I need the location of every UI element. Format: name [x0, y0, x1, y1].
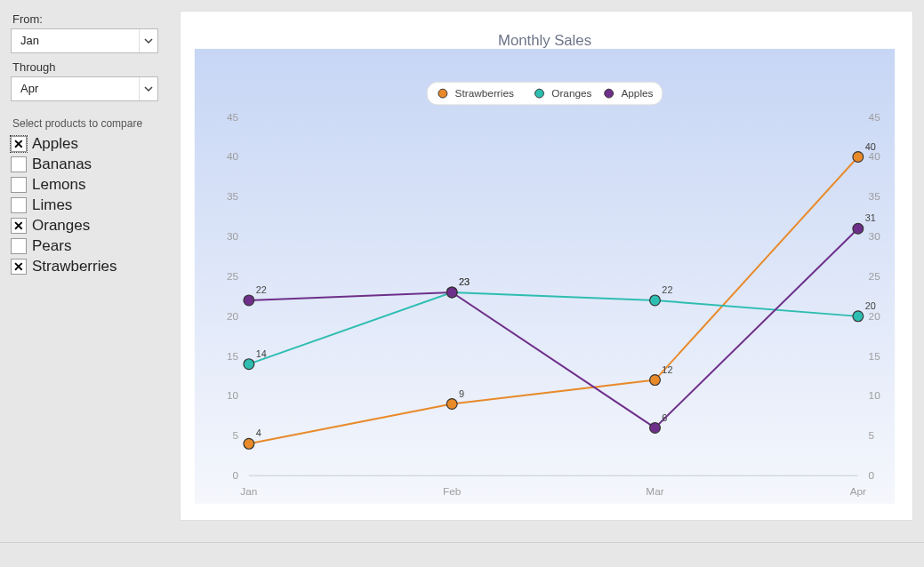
x-tick: Feb	[443, 485, 462, 498]
checkbox-icon[interactable]	[11, 156, 27, 172]
chart-title: Monthly Sales	[498, 32, 591, 49]
legend-label[interactable]: Apples	[621, 87, 653, 100]
compare-label: Select products to compare	[12, 117, 158, 130]
product-row-apples[interactable]: ✕Apples	[11, 135, 158, 153]
data-point[interactable]	[853, 152, 864, 163]
y-tick-left: 30	[227, 230, 239, 243]
chevron-down-icon	[139, 77, 157, 100]
y-tick-right: 20	[869, 310, 881, 323]
monthly-sales-chart: Monthly Sales005510101515202025253030353…	[186, 17, 904, 515]
y-tick-left: 5	[232, 429, 238, 442]
data-point[interactable]	[244, 295, 254, 306]
from-label: From:	[12, 12, 158, 26]
y-tick-right: 40	[869, 150, 881, 163]
chart-card: Monthly Sales005510101515202025253030353…	[180, 11, 913, 521]
checkbox-icon[interactable]	[11, 238, 27, 254]
y-tick-right: 35	[869, 190, 881, 203]
data-point[interactable]	[650, 422, 661, 433]
y-tick-right: 5	[869, 429, 875, 442]
y-tick-left: 10	[227, 389, 239, 402]
legend-label[interactable]: Strawberries	[455, 87, 514, 100]
product-label: Strawberries	[32, 258, 117, 276]
data-point[interactable]	[650, 375, 661, 386]
y-tick-right: 30	[869, 230, 881, 243]
product-row-limes[interactable]: Limes	[11, 196, 158, 214]
data-label: 20	[865, 300, 876, 311]
y-tick-right: 25	[869, 270, 881, 283]
product-label: Apples	[32, 135, 78, 153]
data-label: 31	[865, 212, 876, 223]
plot-background	[195, 49, 895, 504]
y-tick-right: 45	[869, 111, 881, 124]
y-tick-left: 25	[227, 270, 239, 283]
product-list: ✕ApplesBananasLemonsLimes✕OrangesPears✕S…	[11, 135, 158, 276]
data-point[interactable]	[650, 295, 661, 306]
chevron-down-icon	[139, 29, 157, 52]
data-point[interactable]	[244, 359, 254, 370]
through-select[interactable]: Apr	[11, 76, 158, 101]
data-label: 6	[662, 412, 667, 423]
footer-divider	[0, 542, 924, 543]
y-tick-left: 0	[232, 469, 238, 482]
y-tick-right: 15	[869, 350, 881, 363]
through-select-value: Apr	[20, 82, 38, 95]
checkbox-icon[interactable]: ✕	[11, 136, 27, 152]
checkbox-icon[interactable]	[11, 177, 27, 193]
product-label: Limes	[32, 196, 72, 214]
product-label: Pears	[32, 237, 71, 255]
filter-sidebar: From: Jan Through Apr Select products to…	[11, 11, 158, 521]
y-tick-left: 45	[227, 111, 239, 124]
data-label: 9	[459, 388, 464, 399]
y-tick-left: 40	[227, 150, 239, 163]
product-label: Bananas	[32, 156, 92, 173]
x-tick: Apr	[850, 485, 866, 498]
legend-marker	[438, 89, 447, 98]
from-select-value: Jan	[20, 34, 39, 47]
product-row-lemons[interactable]: Lemons	[11, 176, 158, 194]
legend-marker	[605, 89, 614, 98]
product-label: Lemons	[32, 176, 85, 194]
data-label: 22	[256, 284, 267, 295]
data-label: 12	[662, 364, 672, 375]
checkbox-icon[interactable]: ✕	[11, 218, 27, 234]
legend-label[interactable]: Oranges	[551, 87, 591, 100]
product-row-bananas[interactable]: Bananas	[11, 156, 158, 173]
product-label: Oranges	[32, 217, 90, 235]
product-row-oranges[interactable]: ✕Oranges	[11, 217, 158, 235]
x-tick: Jan	[240, 485, 257, 498]
x-tick: Mar	[646, 485, 663, 498]
through-label: Through	[12, 60, 158, 74]
y-tick-right: 10	[869, 389, 881, 402]
y-tick-left: 20	[227, 310, 239, 323]
data-point[interactable]	[446, 399, 457, 410]
checkbox-icon[interactable]: ✕	[11, 259, 27, 275]
data-point[interactable]	[853, 223, 864, 234]
data-label: 14	[256, 348, 267, 359]
product-row-pears[interactable]: Pears	[11, 237, 158, 255]
legend-marker	[535, 89, 544, 98]
data-label: 4	[256, 427, 261, 438]
data-label: 23	[459, 276, 470, 287]
data-label: 22	[662, 284, 672, 295]
checkbox-icon[interactable]	[11, 197, 27, 213]
data-point[interactable]	[446, 287, 457, 298]
data-point[interactable]	[853, 311, 864, 322]
y-tick-left: 35	[227, 190, 239, 203]
data-label: 40	[865, 141, 876, 152]
y-tick-right: 0	[869, 469, 875, 482]
from-select[interactable]: Jan	[11, 28, 158, 53]
y-tick-left: 15	[227, 350, 239, 363]
data-point[interactable]	[244, 438, 254, 449]
product-row-strawberries[interactable]: ✕Strawberries	[11, 258, 158, 276]
